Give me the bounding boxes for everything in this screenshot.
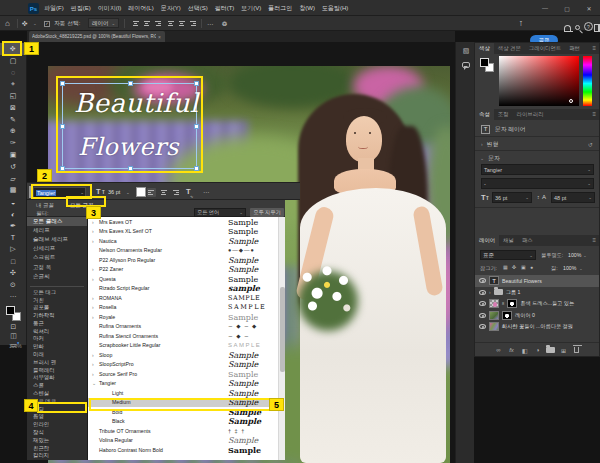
auto-select-checkbox[interactable]: ✓	[44, 21, 50, 27]
menu-item[interactable]: 편집(E)	[71, 4, 91, 13]
font-list-item[interactable]: Scrapbooker Little Regular SAMPLE	[88, 341, 278, 351]
menu-item[interactable]: 보기(V)	[241, 4, 261, 13]
font-class-item[interactable]: 스크립트	[27, 254, 87, 263]
font-tag-item[interactable]: 거친	[27, 296, 87, 304]
layer-row-image-mask[interactable]: 레이어 0	[475, 310, 599, 322]
dodge-tool[interactable]: ◐	[0, 208, 26, 220]
tab-close-icon[interactable]: ×	[158, 34, 161, 40]
panel-tab[interactable]: 라이브러리	[513, 109, 548, 120]
color-saturation-field[interactable]	[499, 56, 579, 106]
pen-tool[interactable]: ✒	[0, 220, 26, 232]
font-tag-item[interactable]: 칼리지	[27, 452, 87, 460]
shape-tool[interactable]: □	[0, 255, 26, 267]
font-list-item[interactable]: › ROMANA SAMPLE	[88, 293, 278, 303]
font-tag-item[interactable]: 블랙레터	[27, 366, 87, 374]
color-picker-dot[interactable]	[569, 99, 573, 103]
font-tag-item[interactable]: 스텐실	[27, 390, 87, 398]
add-mask-icon[interactable]: ◧	[519, 345, 530, 355]
menu-item[interactable]: 선택(S)	[188, 4, 208, 13]
caret-icon[interactable]: ⌄	[583, 253, 587, 258]
font-tag-item[interactable]: 친근한	[27, 444, 87, 452]
layer-row-group[interactable]: › 그룹 1	[475, 287, 599, 299]
align-center-icon[interactable]	[142, 19, 151, 28]
collapse-chevron-icon[interactable]: ›	[481, 141, 483, 147]
menu-item[interactable]: 필터(T)	[215, 4, 235, 13]
minimize-button[interactable]: —	[536, 1, 554, 15]
scrollbar-thumb[interactable]	[280, 287, 285, 372]
font-class-item[interactable]: 손글씨	[27, 272, 87, 281]
lasso-tool[interactable]: ◌	[0, 67, 26, 79]
group-chevron-icon[interactable]: ›	[489, 289, 491, 295]
font-tag-item[interactable]: 만화	[27, 343, 87, 351]
panel-tab[interactable]: 패턴	[565, 43, 584, 54]
font-tag-item[interactable]: 브러시 펜	[27, 358, 87, 366]
font-list-item[interactable]: › SloopScriptPro Sample	[88, 360, 278, 370]
font-list-item[interactable]: ⌄ Tangier Sample	[88, 379, 278, 389]
font-tag-item[interactable]: 둥근	[27, 320, 87, 328]
learn-panel-icon[interactable]: ▧	[461, 46, 471, 55]
auto-select-dropdown[interactable]: 레이어 ⌄	[88, 18, 119, 28]
font-tag-item[interactable]: 스쿨	[27, 382, 87, 390]
visibility-eye-icon[interactable]	[479, 313, 486, 318]
font-tag-item[interactable]: 마커	[27, 335, 87, 343]
new-layer-icon[interactable]: ⊞	[558, 345, 569, 355]
expand-chevron-icon[interactable]: ›	[92, 295, 99, 301]
search-icon[interactable]	[575, 25, 580, 30]
fill-value[interactable]: 100%	[563, 265, 576, 271]
eraser-tool[interactable]: ▱	[0, 173, 26, 185]
font-list-item[interactable]: Nelson Ornaments Regular ●—◆—●	[88, 246, 278, 256]
layer-row-text[interactable]: T Beautiful Flowers	[475, 275, 599, 287]
menu-item[interactable]: 레이어(L)	[128, 4, 153, 13]
comments-panel-icon[interactable]	[462, 62, 470, 68]
font-list-item[interactable]: › P22 Zaner Sample	[88, 265, 278, 275]
expand-chevron-icon[interactable]: ›	[92, 219, 99, 225]
font-tag-item[interactable]: 공포물	[27, 304, 87, 312]
layer-row-image-mask[interactable]: 8 흰색 드레스...들고 있는	[475, 298, 599, 310]
menu-item[interactable]: 문자(Y)	[161, 4, 181, 13]
help-icon[interactable]: ?	[584, 22, 593, 31]
panel-tab[interactable]: 조정	[494, 109, 513, 120]
size-caret-icon[interactable]: ⌄	[126, 190, 130, 195]
lock-dot-icon[interactable]: ●	[530, 264, 533, 270]
link-layers-icon[interactable]: ∞	[493, 345, 504, 355]
move-tool-preset-icon[interactable]: ✜	[22, 16, 28, 31]
language-filter-dropdown[interactable]: 모든 언어 ⌄	[194, 208, 246, 217]
expand-chevron-icon[interactable]: ›	[92, 361, 99, 367]
distribute-bottom-icon[interactable]	[188, 19, 197, 28]
font-tag-item[interactable]: 장식	[27, 429, 87, 437]
font-list-item[interactable]: Rizado Script Regular sample	[88, 284, 278, 294]
visibility-eye-icon[interactable]	[479, 301, 486, 306]
expand-chevron-icon[interactable]: ›	[92, 276, 99, 282]
expand-chevron-icon[interactable]: ›	[92, 314, 99, 320]
font-list-item[interactable]: Volina Regular Sample	[88, 436, 278, 446]
expand-chevron-icon[interactable]: ›	[92, 238, 99, 244]
menu-item[interactable]: 도움말(H)	[322, 4, 348, 13]
gradient-tool[interactable]: ▩	[0, 185, 26, 197]
clone-stamp-tool[interactable]: ▣	[0, 149, 26, 161]
panel-tab[interactable]: 레이어	[475, 235, 499, 246]
properties-font-family-dropdown[interactable]: Tangier⌄	[481, 164, 594, 175]
font-tag-item[interactable]: 인라인	[27, 421, 87, 429]
font-list-scrollbar[interactable]	[278, 217, 285, 460]
screen-mode-icon[interactable]: ◫	[7, 331, 20, 340]
font-tag-item[interactable]: 미래	[27, 351, 87, 359]
font-list-item[interactable]: Rufina Ornaments ∽ ◆ ∽ ◆	[88, 322, 278, 332]
quick-mask-icon[interactable]: ⊡	[7, 322, 20, 331]
font-list-item[interactable]: P22 Allyson Pro Regular Sample	[88, 255, 278, 265]
menu-item[interactable]: 창(W)	[299, 4, 315, 13]
font-class-item[interactable]: 세리프	[27, 226, 87, 235]
font-list-item[interactable]: › Sloop Sample	[88, 350, 278, 360]
panel-menu-icon[interactable]: ≡	[592, 45, 596, 51]
font-list-item[interactable]: Light Sample	[88, 388, 278, 398]
new-group-icon[interactable]	[546, 347, 555, 353]
font-list-item[interactable]: Rufina Stencil Ornaments ∽ ◆ ∽	[88, 331, 278, 341]
transform-section-label[interactable]: 변형	[487, 140, 499, 149]
panel-tab[interactable]: 속성	[475, 109, 494, 120]
layer-row-background[interactable]: 화사한 꽃들이 ...아름다운 정원	[475, 321, 599, 333]
healing-brush-tool[interactable]: ⊕	[0, 126, 26, 138]
notifications-bell-icon[interactable]	[564, 25, 571, 31]
font-tag-item[interactable]: 럭셔리	[27, 327, 87, 335]
visibility-eye-icon[interactable]	[479, 278, 486, 283]
type-color-swatch[interactable]	[136, 187, 146, 197]
frame-tool[interactable]: ⊠	[0, 102, 26, 114]
